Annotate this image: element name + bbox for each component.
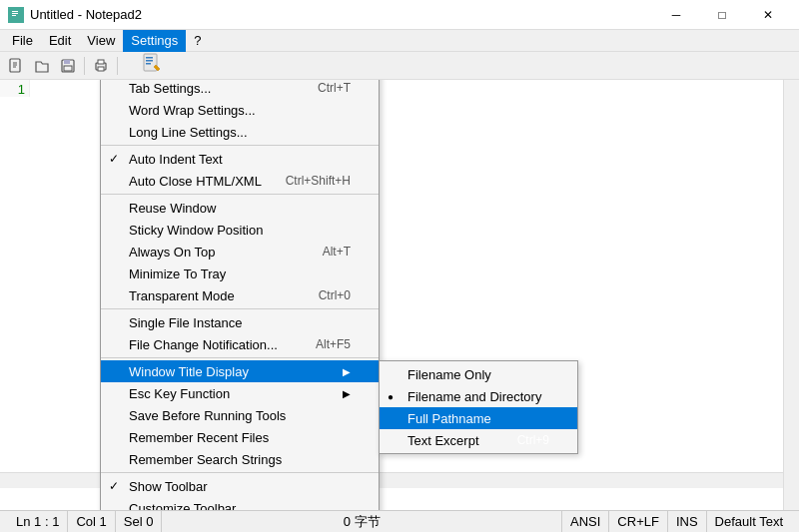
menu-remember-recent[interactable]: Remember Recent Files	[101, 426, 379, 448]
status-chars: 0 字节	[162, 511, 562, 533]
open-button[interactable]	[30, 55, 54, 77]
title-bar-controls: ─ □ ✕	[653, 0, 791, 30]
svg-rect-9	[64, 60, 70, 64]
status-bar: Ln 1 : 1 Col 1 Sel 0 0 字节 ANSI CR+LF INS…	[0, 510, 799, 532]
svg-rect-12	[98, 60, 104, 64]
status-encoding: ANSI	[562, 511, 609, 533]
status-col: Col 1	[68, 511, 115, 533]
window-title-submenu: Filename Only Filename and Directory Ful…	[379, 360, 578, 454]
menu-edit[interactable]: Edit	[41, 30, 79, 52]
menu-show-toolbar[interactable]: Show Toolbar	[101, 475, 379, 497]
menu-minimize-tray[interactable]: Minimize To Tray	[101, 263, 379, 284]
menu-view[interactable]: View	[79, 30, 123, 52]
menu-transparent[interactable]: Transparent Mode Ctrl+0	[101, 284, 379, 306]
menu-auto-indent[interactable]: Auto Indent Text	[101, 148, 379, 170]
minimize-button[interactable]: ─	[653, 0, 699, 30]
sep-2	[101, 194, 379, 195]
svg-rect-10	[64, 66, 72, 71]
toolbar-sep-2	[117, 57, 118, 75]
toolbar-app-icon	[142, 53, 162, 78]
sep-5	[101, 472, 379, 473]
status-position: Ln 1 : 1	[8, 511, 68, 533]
menu-single-file[interactable]: Single File Instance	[101, 311, 379, 333]
svg-rect-14	[144, 54, 157, 71]
svg-rect-15	[146, 57, 153, 59]
line-numbers: 1	[0, 80, 30, 97]
menu-bar: File Edit View Settings ?	[0, 30, 799, 52]
sep-1	[101, 145, 379, 146]
submenu-filename-dir[interactable]: Filename and Directory	[380, 385, 577, 407]
svg-rect-0	[10, 8, 20, 21]
status-sel: Sel 0	[116, 511, 163, 533]
title-bar-left: Untitled - Notepad2	[8, 7, 142, 23]
menu-settings[interactable]: Settings	[123, 30, 186, 52]
menu-long-line[interactable]: Long Line Settings...	[101, 121, 379, 143]
status-text-style: Default Text	[707, 511, 791, 533]
menu-word-wrap[interactable]: Word Wrap Settings...	[101, 99, 379, 121]
menu-auto-close[interactable]: Auto Close HTML/XML Ctrl+Shift+H	[101, 170, 379, 192]
menu-reuse-window[interactable]: Reuse Window	[101, 197, 379, 219]
svg-rect-1	[12, 11, 18, 12]
title-bar: Untitled - Notepad2 ─ □ ✕	[0, 0, 799, 30]
new-button[interactable]	[4, 55, 28, 77]
print-button[interactable]	[89, 55, 113, 77]
menu-esc-key[interactable]: Esc Key Function	[101, 382, 379, 404]
svg-rect-17	[146, 63, 151, 65]
settings-dropdown: Insert Tabs as Spaces Tab Settings... Ct…	[100, 80, 380, 510]
maximize-button[interactable]: □	[699, 0, 745, 30]
status-line-ending: CR+LF	[609, 511, 668, 533]
menu-file[interactable]: File	[4, 30, 41, 52]
menu-file-change[interactable]: File Change Notification... Alt+F5	[101, 333, 379, 355]
menu-tab-settings[interactable]: Tab Settings... Ctrl+T	[101, 80, 379, 99]
menu-save-before[interactable]: Save Before Running Tools	[101, 404, 379, 426]
submenu-full-pathname[interactable]: Full Pathname	[380, 407, 577, 429]
menu-sticky-window[interactable]: Sticky Window Position	[101, 219, 379, 241]
menu-window-title[interactable]: Window Title Display Filename Only Filen…	[101, 360, 379, 382]
submenu-text-excerpt[interactable]: Text Excerpt Ctrl+9	[380, 429, 577, 451]
menu-help[interactable]: ?	[186, 30, 209, 52]
sep-4	[101, 357, 379, 358]
toolbar	[0, 52, 799, 80]
toolbar-sep-1	[84, 57, 85, 75]
menu-remember-search[interactable]: Remember Search Strings	[101, 448, 379, 470]
status-ins: INS	[668, 511, 707, 533]
menu-always-on-top[interactable]: Always On Top Alt+T	[101, 241, 379, 263]
svg-rect-13	[98, 67, 104, 71]
scrollbar-vertical[interactable]	[783, 80, 799, 510]
close-button[interactable]: ✕	[745, 0, 791, 30]
sep-3	[101, 308, 379, 309]
svg-rect-3	[12, 15, 16, 16]
app-icon	[8, 7, 24, 23]
menu-customize-toolbar[interactable]: Customize Toolbar...	[101, 497, 379, 510]
window-title: Untitled - Notepad2	[30, 7, 142, 22]
editor-area[interactable]: 1 Insert Tabs as Spaces Tab Settings... …	[0, 80, 799, 510]
save-button[interactable]	[56, 55, 80, 77]
svg-rect-16	[146, 60, 153, 62]
svg-rect-2	[12, 13, 18, 14]
submenu-filename-only[interactable]: Filename Only	[380, 363, 577, 385]
